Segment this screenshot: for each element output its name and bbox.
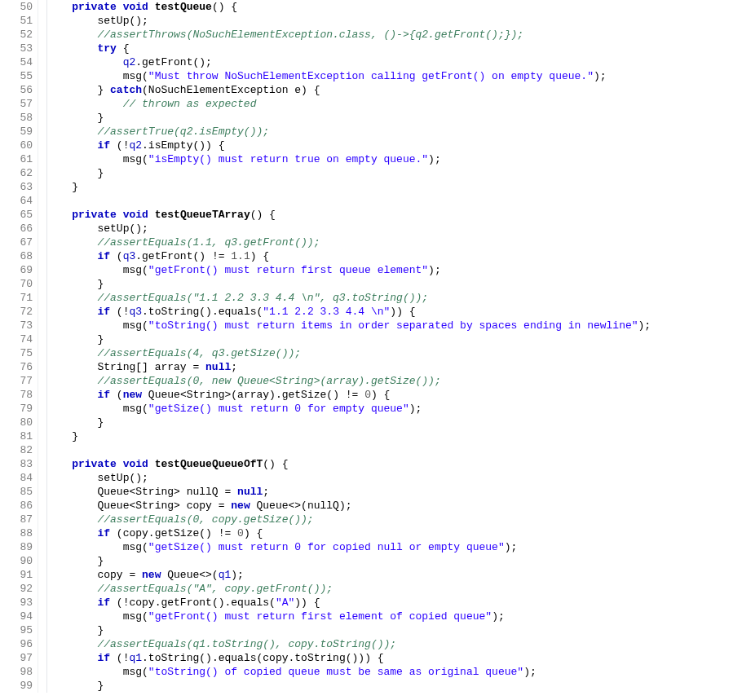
code-line[interactable]: 62 } bbox=[0, 166, 742, 180]
code-content[interactable]: //assertEquals("A", copy.getFront()); bbox=[38, 582, 742, 596]
code-content[interactable]: //assertEquals(q1.toString(), copy.toStr… bbox=[38, 637, 742, 651]
code-content[interactable]: if (q3.getFront() != 1.1) { bbox=[38, 249, 742, 263]
code-line[interactable]: 53 try { bbox=[0, 42, 742, 55]
code-content[interactable]: if (!q3.toString().equals("1.1 2.2 3.3 4… bbox=[38, 305, 742, 319]
code-content[interactable]: msg("isEmpty() must return true on empty… bbox=[38, 152, 742, 166]
code-line[interactable]: 96 //assertEquals(q1.toString(), copy.to… bbox=[0, 637, 742, 651]
code-line[interactable]: 74 } bbox=[0, 332, 742, 346]
code-content[interactable]: } bbox=[38, 180, 742, 194]
code-content[interactable]: private void testQueueQueueOfT() { bbox=[38, 457, 742, 471]
code-content[interactable]: if (!q1.toString().equals(copy.toString(… bbox=[38, 651, 742, 665]
code-content[interactable]: } bbox=[38, 166, 742, 180]
code-line[interactable]: 85 Queue<String> nullQ = null; bbox=[0, 485, 742, 499]
code-content[interactable]: setUp(); bbox=[38, 471, 742, 485]
code-line[interactable]: 65 private void testQueueTArray() { bbox=[0, 208, 742, 222]
code-content[interactable]: String[] array = null; bbox=[38, 360, 742, 374]
code-content[interactable]: if (!q2.isEmpty()) { bbox=[38, 139, 742, 152]
code-content[interactable]: if (copy.getSize() != 0) { bbox=[38, 526, 742, 540]
code-content[interactable]: if (!copy.getFront().equals("A")) { bbox=[38, 596, 742, 610]
code-line[interactable]: 95 } bbox=[0, 623, 742, 637]
code-line[interactable]: 73 msg("toString() must return items in … bbox=[0, 319, 742, 332]
code-content[interactable]: } bbox=[38, 277, 742, 291]
code-content[interactable]: } bbox=[38, 554, 742, 568]
code-content[interactable]: } bbox=[38, 679, 742, 693]
code-line[interactable]: 88 if (copy.getSize() != 0) { bbox=[0, 526, 742, 540]
code-content[interactable]: copy = new Queue<>(q1); bbox=[38, 568, 742, 582]
code-line[interactable]: 86 Queue<String> copy = new Queue<>(null… bbox=[0, 499, 742, 513]
code-line[interactable]: 77 //assertEquals(0, new Queue<String>(a… bbox=[0, 374, 742, 388]
code-content[interactable]: //assertEquals(1.1, q3.getFront()); bbox=[38, 236, 742, 249]
code-content[interactable]: //assertThrows(NoSuchElementException.cl… bbox=[38, 28, 742, 42]
code-line[interactable]: 94 msg("getFront() must return first ele… bbox=[0, 610, 742, 623]
code-content[interactable]: msg("getFront() must return first elemen… bbox=[38, 610, 742, 623]
code-content[interactable]: //assertEquals(0, new Queue<String>(arra… bbox=[38, 374, 742, 388]
code-line[interactable]: 59 //assertTrue(q2.isEmpty()); bbox=[0, 125, 742, 139]
code-line[interactable]: 63 } bbox=[0, 180, 742, 194]
code-content[interactable]: //assertEquals(4, q3.getSize()); bbox=[38, 346, 742, 360]
code-line[interactable]: 79 msg("getSize() must return 0 for empt… bbox=[0, 402, 742, 416]
code-line[interactable]: 81 } bbox=[0, 429, 742, 443]
code-content[interactable]: msg("getFront() must return first queue … bbox=[38, 263, 742, 277]
code-line[interactable]: 57 // thrown as expected bbox=[0, 97, 742, 111]
code-editor[interactable]: 50 private void testQueue() {51 setUp();… bbox=[0, 0, 742, 693]
code-line[interactable]: 99 } bbox=[0, 679, 742, 693]
code-line[interactable]: 55 msg("Must throw NoSuchElementExceptio… bbox=[0, 69, 742, 83]
code-line[interactable]: 78 if (new Queue<String>(array).getSize(… bbox=[0, 388, 742, 402]
code-content[interactable]: } bbox=[38, 332, 742, 346]
code-line[interactable]: 97 if (!q1.toString().equals(copy.toStri… bbox=[0, 651, 742, 665]
code-content[interactable]: //assertEquals("1.1 2.2 3.3 4.4 \n", q3.… bbox=[38, 291, 742, 305]
code-content[interactable]: } catch(NoSuchElementException e) { bbox=[38, 83, 742, 97]
code-line[interactable]: 60 if (!q2.isEmpty()) { bbox=[0, 139, 742, 152]
code-content[interactable]: msg("toString() must return items in ord… bbox=[38, 319, 742, 332]
code-line[interactable]: 91 copy = new Queue<>(q1); bbox=[0, 568, 742, 582]
code-line[interactable]: 98 msg("toString() of copied queue must … bbox=[0, 665, 742, 679]
code-line[interactable]: 92 //assertEquals("A", copy.getFront()); bbox=[0, 582, 742, 596]
code-line[interactable]: 66 setUp(); bbox=[0, 222, 742, 236]
code-line[interactable]: 87 //assertEquals(0, copy.getSize()); bbox=[0, 513, 742, 526]
code-content[interactable]: setUp(); bbox=[38, 222, 742, 236]
code-line[interactable]: 72 if (!q3.toString().equals("1.1 2.2 3.… bbox=[0, 305, 742, 319]
code-line[interactable]: 51 setUp(); bbox=[0, 14, 742, 28]
code-line[interactable]: 75 //assertEquals(4, q3.getSize()); bbox=[0, 346, 742, 360]
code-content[interactable]: Queue<String> nullQ = null; bbox=[38, 485, 742, 499]
code-content[interactable]: try { bbox=[38, 42, 742, 55]
code-content[interactable]: msg("Must throw NoSuchElementException c… bbox=[38, 69, 742, 83]
code-content[interactable]: //assertTrue(q2.isEmpty()); bbox=[38, 125, 742, 139]
code-line[interactable]: 83 private void testQueueQueueOfT() { bbox=[0, 457, 742, 471]
code-content[interactable]: private void testQueue() { bbox=[38, 0, 742, 14]
code-content[interactable]: q2.getFront(); bbox=[38, 55, 742, 69]
code-content[interactable]: private void testQueueTArray() { bbox=[38, 208, 742, 222]
code-line[interactable]: 61 msg("isEmpty() must return true on em… bbox=[0, 152, 742, 166]
code-line[interactable]: 82 bbox=[0, 443, 742, 457]
code-line[interactable]: 64 bbox=[0, 194, 742, 208]
code-line[interactable]: 58 } bbox=[0, 111, 742, 125]
code-line[interactable]: 67 //assertEquals(1.1, q3.getFront()); bbox=[0, 236, 742, 249]
code-content[interactable]: setUp(); bbox=[38, 14, 742, 28]
code-line[interactable]: 84 setUp(); bbox=[0, 471, 742, 485]
code-line[interactable]: 93 if (!copy.getFront().equals("A")) { bbox=[0, 596, 742, 610]
code-content[interactable]: msg("toString() of copied queue must be … bbox=[38, 665, 742, 679]
code-line[interactable]: 56 } catch(NoSuchElementException e) { bbox=[0, 83, 742, 97]
code-content[interactable]: } bbox=[38, 429, 742, 443]
code-content[interactable]: Queue<String> copy = new Queue<>(nullQ); bbox=[38, 499, 742, 513]
code-content[interactable]: // thrown as expected bbox=[38, 97, 742, 111]
code-content[interactable]: } bbox=[38, 416, 742, 429]
code-line[interactable]: 70 } bbox=[0, 277, 742, 291]
code-content[interactable]: if (new Queue<String>(array).getSize() !… bbox=[38, 388, 742, 402]
code-content[interactable]: msg("getSize() must return 0 for copied … bbox=[38, 540, 742, 554]
code-line[interactable]: 89 msg("getSize() must return 0 for copi… bbox=[0, 540, 742, 554]
code-line[interactable]: 50 private void testQueue() { bbox=[0, 0, 742, 14]
code-line[interactable]: 52 //assertThrows(NoSuchElementException… bbox=[0, 28, 742, 42]
code-content[interactable]: msg("getSize() must return 0 for empty q… bbox=[38, 402, 742, 416]
code-line[interactable]: 69 msg("getFront() must return first que… bbox=[0, 263, 742, 277]
code-line[interactable]: 80 } bbox=[0, 416, 742, 429]
code-line[interactable]: 90 } bbox=[0, 554, 742, 568]
code-line[interactable]: 54 q2.getFront(); bbox=[0, 55, 742, 69]
code-content[interactable]: } bbox=[38, 623, 742, 637]
code-content[interactable]: //assertEquals(0, copy.getSize()); bbox=[38, 513, 742, 526]
code-line[interactable]: 71 //assertEquals("1.1 2.2 3.3 4.4 \n", … bbox=[0, 291, 742, 305]
code-line[interactable]: 68 if (q3.getFront() != 1.1) { bbox=[0, 249, 742, 263]
token-plain: } bbox=[97, 624, 104, 636]
code-content[interactable]: } bbox=[38, 111, 742, 125]
code-line[interactable]: 76 String[] array = null; bbox=[0, 360, 742, 374]
